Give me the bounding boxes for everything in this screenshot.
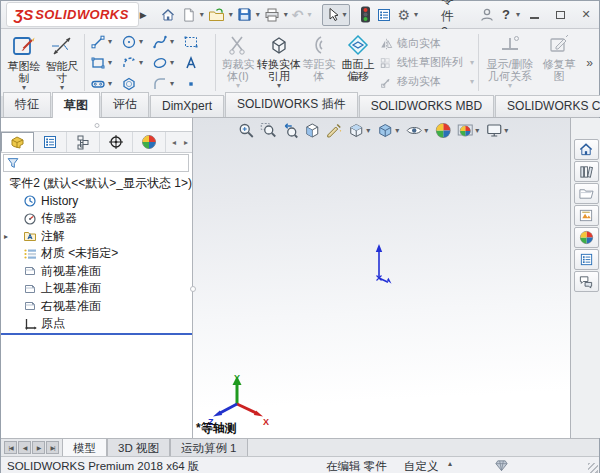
custom-status-up-icon[interactable]: ▴ xyxy=(448,459,452,468)
print-button[interactable] xyxy=(262,4,282,26)
edit-appearance-button[interactable] xyxy=(433,121,452,140)
tab-dimxpertmanager[interactable] xyxy=(100,132,133,152)
manager-tabs-scroll-right[interactable]: ▸ xyxy=(180,132,192,152)
tree-splitter-bar[interactable] xyxy=(1,333,192,335)
sketch-dropdown-icon[interactable]: ▾ xyxy=(21,84,27,92)
section-view-button[interactable] xyxy=(302,121,321,140)
tab-dimxpert[interactable]: DimXpert xyxy=(150,95,224,117)
spline-dropdown-icon[interactable]: ▾ xyxy=(169,38,175,46)
sketch-plane-tool[interactable] xyxy=(181,31,212,52)
options-dropdown-icon[interactable]: ▾ xyxy=(413,11,419,19)
circle-tool[interactable]: ▾ xyxy=(119,31,150,52)
login-button[interactable] xyxy=(477,4,497,26)
ellipse-dropdown-icon[interactable]: ▾ xyxy=(169,59,175,67)
task-pane-design-library-button[interactable] xyxy=(574,161,599,182)
rebuild-button[interactable] xyxy=(358,4,373,26)
dynamic-annotation-views-button[interactable] xyxy=(324,121,343,140)
help-button[interactable]: ? xyxy=(500,4,512,26)
rectangle-tool[interactable]: ▾ xyxy=(88,52,119,73)
window-resize-grip[interactable] xyxy=(588,463,598,473)
new-document-button[interactable] xyxy=(179,4,198,26)
tab-scroll-last-button[interactable]: ▶| xyxy=(46,441,59,454)
apply-scene-button[interactable]: ▾ xyxy=(455,121,481,140)
view-orientation-dropdown-icon[interactable]: ▾ xyxy=(365,127,371,135)
tab-scroll-next-button[interactable]: ▶ xyxy=(32,441,45,454)
task-pane-custom-properties-button[interactable] xyxy=(574,249,599,270)
arc-tool[interactable]: ▾ xyxy=(119,52,150,73)
save-dropdown-icon[interactable]: ▾ xyxy=(255,11,261,19)
fillet-dropdown-icon[interactable]: ▾ xyxy=(169,80,175,88)
ellipse-tool[interactable]: ▾ xyxy=(150,52,181,73)
previous-view-button[interactable] xyxy=(280,121,299,140)
smart-dimension-button[interactable]: 智能尺寸 ▾ xyxy=(43,30,81,95)
open-button[interactable] xyxy=(206,4,227,26)
tree-expand-icon[interactable]: ▸ xyxy=(4,232,8,241)
task-pane-appearances-button[interactable] xyxy=(574,227,599,248)
task-pane-resources-button[interactable] xyxy=(574,139,599,160)
options-button[interactable]: ⚙ xyxy=(395,4,412,26)
status-gem-icon[interactable] xyxy=(495,459,508,472)
manager-tabs-scroll-left[interactable]: ◂ xyxy=(168,132,180,152)
menu-flyout-arrow[interactable]: ▶ xyxy=(139,4,148,26)
tree-root-part[interactable]: 零件2 (默认<<默认>_显示状态 1>) xyxy=(1,175,192,193)
select-tool-button[interactable]: ▾ xyxy=(322,4,350,26)
tab-evaluate[interactable]: 评估 xyxy=(101,92,149,117)
tab-motion-study[interactable]: 运动算例 1 xyxy=(170,439,248,456)
tree-item-material[interactable]: 材质 <未指定> xyxy=(1,245,192,263)
apply-scene-dropdown-icon[interactable]: ▾ xyxy=(474,127,480,135)
tree-item-front-plane[interactable]: 前视基准面 xyxy=(1,263,192,281)
sketch-button[interactable]: 草图绘制 ▾ xyxy=(5,30,43,95)
zoom-to-fit-button[interactable] xyxy=(236,121,255,140)
tree-item-right-plane[interactable]: 右视基准面 xyxy=(1,298,192,316)
tab-sw-cam[interactable]: SOLIDWORKS CAM xyxy=(495,95,600,117)
convert-entities-button[interactable]: 转换实体引用 ▾ xyxy=(257,30,301,95)
point-tool[interactable] xyxy=(181,73,212,94)
tree-item-sensors[interactable]: 传感器 xyxy=(1,210,192,228)
convert-dropdown-icon[interactable]: ▾ xyxy=(276,82,282,90)
tab-model[interactable]: 模型 xyxy=(62,438,107,456)
panel-resize-handle[interactable] xyxy=(190,286,196,292)
print-dropdown-icon[interactable]: ▾ xyxy=(283,11,289,19)
offset-on-surface-button[interactable]: 曲面上偏移 xyxy=(337,30,379,95)
task-pane-view-palette-button[interactable] xyxy=(574,205,599,226)
tree-filter-input[interactable] xyxy=(3,154,189,172)
select-dropdown-icon[interactable]: ▾ xyxy=(341,11,347,19)
smart-dimension-dropdown-icon[interactable]: ▾ xyxy=(59,84,65,92)
tab-displaymanager[interactable] xyxy=(133,132,166,152)
spline-tool[interactable]: ▾ xyxy=(150,31,181,52)
view-settings-button[interactable]: ▾ xyxy=(484,121,510,140)
arc-dropdown-icon[interactable]: ▾ xyxy=(138,59,144,67)
tree-item-annotations[interactable]: ▸ 注解 xyxy=(1,228,192,246)
graphics-viewport[interactable]: ▾ ▾ ▾ ▾ ▾ xyxy=(193,118,570,438)
tab-propertymanager[interactable] xyxy=(34,132,67,152)
custom-status-button[interactable]: 自定义 xyxy=(404,459,439,473)
text-tool[interactable] xyxy=(181,52,212,73)
zoom-to-area-button[interactable] xyxy=(258,121,277,140)
tab-sw-mbd[interactable]: SOLIDWORKS MBD xyxy=(359,95,494,117)
close-button[interactable]: ✕ xyxy=(573,1,599,29)
tab-features[interactable]: 特征 xyxy=(3,92,51,117)
display-style-button[interactable]: ▾ xyxy=(375,121,401,140)
ribbon-overflow-button[interactable]: » xyxy=(580,56,599,70)
view-orientation-button[interactable]: ▾ xyxy=(346,121,372,140)
hide-show-dropdown-icon[interactable]: ▾ xyxy=(423,127,429,135)
tree-item-history[interactable]: History xyxy=(1,193,192,211)
polygon-tool[interactable] xyxy=(119,73,150,94)
hide-show-items-button[interactable]: ▾ xyxy=(404,121,430,140)
display-style-dropdown-icon[interactable]: ▾ xyxy=(394,127,400,135)
tab-scroll-prev-button[interactable]: ◀ xyxy=(18,441,31,454)
maximize-button[interactable] xyxy=(547,1,573,29)
line-dropdown-icon[interactable]: ▾ xyxy=(107,38,113,46)
rectangle-dropdown-icon[interactable]: ▾ xyxy=(107,59,113,67)
tab-featuremanager-tree[interactable] xyxy=(1,132,34,152)
view-settings-dropdown-icon[interactable]: ▾ xyxy=(503,127,509,135)
tab-scroll-first-button[interactable]: |◀ xyxy=(4,441,17,454)
task-pane-file-explorer-button[interactable] xyxy=(574,183,599,204)
save-button[interactable] xyxy=(235,4,254,26)
panel-collapse-handle[interactable] xyxy=(94,123,99,128)
undo-button[interactable]: ↶ xyxy=(290,4,306,26)
slot-tool[interactable]: ▾ xyxy=(88,73,119,94)
task-pane-forum-button[interactable] xyxy=(574,271,599,292)
minimize-button[interactable] xyxy=(521,1,547,29)
file-properties-button[interactable] xyxy=(374,4,394,26)
